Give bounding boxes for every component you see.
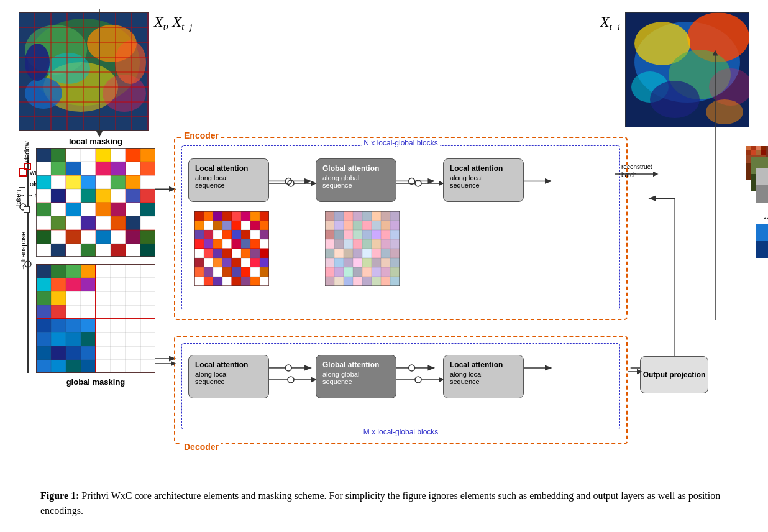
svg-rect-73 — [96, 162, 111, 175]
global-masking-container: global masking — [36, 264, 155, 387]
svg-rect-71 — [66, 162, 81, 175]
local-masking-container: local masking — [36, 137, 155, 259]
svg-rect-264 — [213, 277, 222, 286]
svg-rect-290 — [344, 211, 353, 221]
svg-rect-160 — [36, 291, 51, 305]
dec-la3-sub2: sequence — [195, 378, 262, 385]
svg-rect-78 — [51, 175, 66, 189]
svg-point-200 — [288, 180, 294, 186]
svg-rect-372 — [761, 146, 766, 150]
svg-rect-216 — [213, 221, 222, 230]
svg-rect-153 — [51, 264, 66, 278]
svg-rect-306 — [344, 230, 353, 239]
decoder-inner-box: M x local-global blocks Local attention … — [181, 343, 620, 429]
svg-rect-300 — [362, 221, 372, 230]
svg-rect-375 — [756, 150, 761, 155]
svg-rect-176 — [36, 360, 51, 373]
svg-rect-61 — [36, 148, 51, 162]
svg-point-394 — [288, 377, 294, 383]
dec-ga2-sub2: sequence — [322, 378, 390, 385]
svg-rect-235 — [241, 239, 250, 249]
svg-rect-225 — [222, 230, 232, 239]
svg-rect-95 — [66, 203, 81, 216]
svg-rect-293 — [372, 211, 381, 221]
svg-rect-88 — [81, 189, 96, 203]
caption-figure: Figure 1: — [40, 490, 79, 501]
svg-rect-341 — [372, 267, 381, 277]
svg-rect-68 — [140, 148, 155, 162]
svg-rect-297 — [334, 221, 344, 230]
svg-rect-261 — [260, 267, 269, 277]
decoder-local-attn4: Local attention along local sequence — [443, 355, 524, 398]
svg-rect-337 — [334, 267, 344, 277]
svg-rect-320 — [325, 249, 334, 258]
svg-rect-229 — [260, 230, 269, 239]
svg-rect-213 — [260, 211, 269, 221]
svg-rect-117 — [36, 244, 51, 257]
global-masking-label: global masking — [36, 377, 155, 387]
svg-rect-164 — [36, 319, 51, 332]
svg-rect-374 — [751, 150, 756, 155]
local-masking-label: local masking — [36, 137, 155, 146]
svg-rect-253 — [260, 258, 269, 267]
svg-rect-152 — [36, 264, 51, 278]
svg-rect-307 — [353, 230, 362, 239]
svg-rect-387 — [756, 185, 768, 203]
svg-rect-62 — [51, 148, 66, 162]
svg-rect-332 — [362, 258, 372, 267]
svg-rect-237 — [260, 239, 269, 249]
svg-rect-166 — [66, 319, 81, 332]
svg-rect-305 — [334, 230, 344, 239]
svg-point-37 — [706, 99, 743, 124]
svg-rect-156 — [66, 264, 81, 278]
svg-rect-314 — [344, 239, 353, 249]
svg-point-8 — [25, 44, 50, 81]
svg-rect-288 — [325, 211, 334, 221]
svg-rect-315 — [353, 239, 362, 249]
svg-rect-319 — [390, 239, 400, 249]
svg-rect-231 — [204, 239, 213, 249]
decoder-global-attn2: Global attention along global sequence — [316, 355, 396, 398]
svg-rect-325 — [372, 249, 381, 258]
enc-la1-title: Local attention — [195, 164, 262, 173]
svg-rect-82 — [111, 175, 126, 189]
svg-rect-228 — [250, 230, 260, 239]
encoder-local-attn2: Local attention along local sequence — [443, 158, 524, 202]
svg-rect-391 — [756, 241, 768, 258]
svg-rect-105 — [96, 216, 111, 230]
svg-rect-212 — [250, 211, 260, 221]
top-right-label: Xt+i — [600, 14, 620, 32]
svg-rect-210 — [232, 211, 241, 221]
svg-rect-248 — [213, 258, 222, 267]
svg-rect-309 — [372, 230, 381, 239]
svg-rect-163 — [51, 305, 66, 319]
dec-la4-title: Local attention — [450, 360, 517, 369]
svg-rect-350 — [381, 277, 390, 286]
svg-rect-76 — [140, 162, 155, 175]
svg-rect-311 — [390, 230, 400, 239]
token-icon-legend — [24, 206, 30, 213]
svg-rect-112 — [81, 230, 96, 244]
diagram-area: window token → → transpose — [19, 137, 749, 439]
svg-rect-333 — [372, 258, 381, 267]
svg-rect-172 — [36, 346, 51, 360]
encoder-grid2 — [325, 211, 400, 286]
svg-rect-370 — [751, 146, 756, 150]
svg-rect-250 — [232, 258, 241, 267]
svg-rect-336 — [325, 267, 334, 277]
svg-rect-161 — [51, 291, 66, 305]
enc-la1-sub2: sequence — [195, 181, 262, 189]
svg-rect-346 — [344, 277, 353, 286]
svg-rect-173 — [51, 346, 66, 360]
decoder-label: Decoder — [181, 442, 221, 452]
svg-rect-351 — [390, 277, 400, 286]
svg-rect-175 — [81, 346, 96, 360]
global-masking-image — [36, 264, 155, 373]
svg-rect-298 — [344, 221, 353, 230]
svg-rect-219 — [241, 221, 250, 230]
svg-rect-259 — [241, 267, 250, 277]
svg-rect-262 — [194, 277, 204, 286]
encoder-inner-box: N x local-global blocks Local attention … — [181, 145, 620, 310]
svg-rect-268 — [250, 277, 260, 286]
window-icon-legend — [24, 163, 31, 170]
